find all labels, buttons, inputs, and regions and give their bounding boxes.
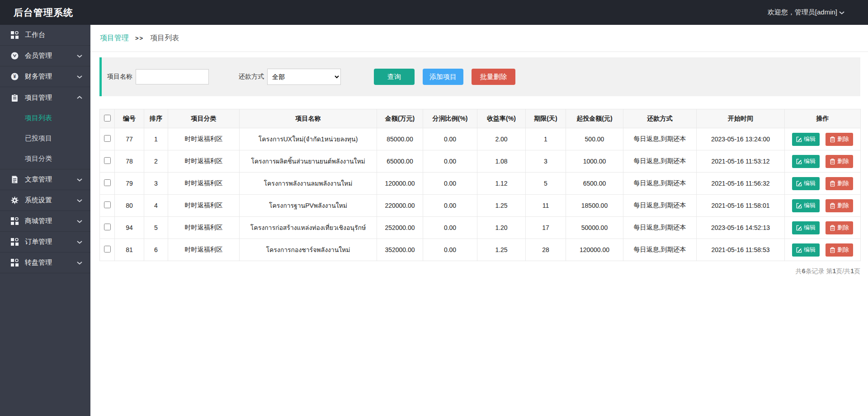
edit-icon (796, 181, 802, 187)
trash-icon (830, 247, 835, 253)
repay-method-label: 还款方式 (239, 73, 264, 81)
col-category: 项目分类 (168, 109, 240, 128)
col-actions: 操作 (785, 109, 861, 128)
sidebar-item-mall[interactable]: 商城管理 (0, 211, 90, 232)
delete-button[interactable]: 删除 (826, 221, 853, 234)
cell-sort: 6 (144, 239, 168, 261)
row-checkbox[interactable] (104, 224, 111, 230)
edit-button[interactable]: 编辑 (792, 243, 820, 257)
cell-min-invest: 1000.00 (566, 150, 623, 173)
cell-share: 0.00 (423, 173, 477, 195)
trash-icon (830, 159, 835, 164)
cell-start: 2021-05-16 11:58:01 (697, 195, 785, 217)
col-amount: 金额(万元) (377, 109, 423, 128)
settings-icon (11, 196, 19, 204)
add-project-button[interactable]: 添加项目 (423, 69, 463, 85)
cell-sort: 1 (144, 128, 168, 150)
breadcrumb-parent-link[interactable]: 项目管理 (100, 33, 129, 43)
sidebar-item-project-categories[interactable]: 项目分类 (0, 149, 90, 169)
edit-button[interactable]: 编辑 (792, 199, 820, 212)
sidebar-item-label: 商城管理 (25, 217, 77, 225)
table-row: 94 5 时时返福利区 โครงการก่อสร้างแหล่งท่องเที่… (100, 217, 861, 239)
cell-amount: 220000.00 (377, 195, 423, 217)
summary-text: 页 (854, 267, 860, 275)
cell-amount: 65000.00 (377, 150, 423, 173)
cell-term: 28 (526, 239, 566, 261)
finance-icon: ¥ (11, 73, 19, 80)
table-row: 79 3 时时返福利区 โครงการพลังงานลมพลังงานใหม่ … (100, 173, 861, 195)
chevron-down-icon (77, 199, 82, 202)
delete-button[interactable]: 删除 (826, 177, 853, 190)
batch-delete-button[interactable]: 批量删除 (472, 69, 515, 85)
cell-sort: 3 (144, 173, 168, 195)
cell-start: 2023-05-16 13:24:00 (697, 128, 785, 150)
project-table: 编号 排序 项目分类 项目名称 金额(万元) 分润比例(%) 收益率(%) 期限… (99, 109, 861, 261)
row-checkbox[interactable] (104, 157, 111, 164)
sidebar-item-invested-projects[interactable]: 已投项目 (0, 128, 90, 149)
cell-rate: 1.20 (477, 217, 526, 239)
sidebar-item-orders[interactable]: 订单管理 (0, 232, 90, 252)
cell-category: 时时返福利区 (168, 150, 240, 173)
table-row: 78 2 时时返福利区 โครงการผลิตชิ้นส่วนยานยนต์พล… (100, 150, 861, 173)
delete-button[interactable]: 删除 (826, 199, 853, 212)
select-all-checkbox[interactable] (104, 115, 111, 122)
edit-button[interactable]: 编辑 (792, 177, 820, 190)
edit-button[interactable]: 编辑 (792, 221, 820, 234)
summary-text: 共 (796, 267, 802, 275)
sidebar-item-label: 订单管理 (25, 238, 77, 246)
col-name: 项目名称 (240, 109, 377, 128)
sidebar-item-projects[interactable]: 项目管理 (0, 87, 90, 108)
row-checkbox-cell (100, 217, 115, 239)
delete-button-label: 删除 (837, 157, 849, 165)
row-checkbox[interactable] (104, 201, 111, 208)
sidebar-item-label: 财务管理 (25, 72, 77, 81)
cell-name: โครงการผลิตชิ้นส่วนยานยนต์พลังงานใหม่ (240, 150, 377, 173)
sidebar-item-wheel[interactable]: 转盘管理 (0, 252, 90, 273)
delete-button[interactable]: 删除 (826, 155, 853, 168)
col-term: 期限(天) (526, 109, 566, 128)
table-header-row: 编号 排序 项目分类 项目名称 金额(万元) 分润比例(%) 收益率(%) 期限… (100, 109, 861, 128)
topbar: 后台管理系统 欢迎您，管理员[admin] (0, 0, 868, 25)
trash-icon (830, 136, 835, 142)
welcome-text: 欢迎您，管理员[admin] (768, 8, 837, 17)
sidebar-item-finance[interactable]: ¥ 财务管理 (0, 66, 90, 87)
edit-button[interactable]: 编辑 (792, 155, 820, 168)
edit-button-label: 编辑 (804, 135, 816, 143)
sidebar-item-settings[interactable]: 系统设置 (0, 190, 90, 211)
cell-category: 时时返福利区 (168, 173, 240, 195)
row-checkbox[interactable] (104, 135, 111, 142)
cell-term: 1 (526, 128, 566, 150)
row-checkbox[interactable] (104, 246, 111, 252)
project-name-input[interactable] (136, 69, 209, 84)
row-checkbox-cell (100, 239, 115, 261)
delete-button[interactable]: 删除 (826, 243, 853, 257)
sidebar-item-label: 工作台 (25, 31, 82, 39)
chevron-up-icon (77, 96, 82, 99)
cell-min-invest: 50000.00 (566, 217, 623, 239)
cell-sort: 2 (144, 150, 168, 173)
search-button[interactable]: 查询 (374, 69, 415, 85)
sidebar-item-members[interactable]: 会员管理 (0, 46, 90, 66)
trash-icon (830, 181, 835, 187)
edit-button-label: 编辑 (804, 246, 816, 254)
cell-repay: 每日返息,到期还本 (623, 195, 697, 217)
repay-method-select[interactable]: 全部 (267, 69, 341, 85)
sidebar: 工作台 会员管理 ¥ 财务管理 项目管理 项目列表 已投项目 项 (0, 25, 90, 416)
sidebar-item-articles[interactable]: 文章管理 (0, 169, 90, 190)
record-summary: 共6条记录 第1页/共1页 (99, 267, 860, 276)
col-rate: 收益率(%) (477, 109, 526, 128)
wheel-icon (11, 259, 19, 266)
cell-amount: 85000.00 (377, 128, 423, 150)
user-dropdown[interactable]: 欢迎您，管理员[admin] (768, 8, 868, 17)
row-checkbox[interactable] (104, 179, 111, 186)
sidebar-item-project-list[interactable]: 项目列表 (0, 108, 90, 128)
cell-actions: 编辑 删除 (785, 173, 861, 195)
cell-rate: 2.00 (477, 128, 526, 150)
delete-button[interactable]: 删除 (826, 133, 853, 146)
cell-min-invest: 18500.00 (566, 195, 623, 217)
edit-button-label: 编辑 (804, 201, 816, 210)
sidebar-item-workbench[interactable]: 工作台 (0, 25, 90, 46)
cell-term: 5 (526, 173, 566, 195)
edit-button[interactable]: 编辑 (792, 133, 820, 146)
chevron-down-icon (77, 178, 82, 182)
